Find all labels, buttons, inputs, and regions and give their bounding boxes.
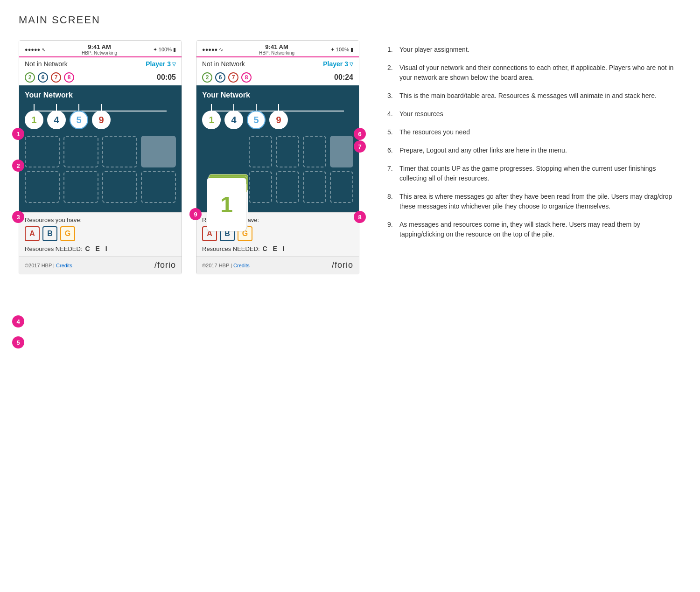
resource-tiles-left: A B G [25,226,176,241]
num-badge-7-right: 7 [228,72,238,83]
card-front[interactable]: 1 [207,178,246,231]
tile-A-left: A [25,226,40,241]
battery-icon: ▮ [173,47,176,53]
node-1-stem [34,104,35,111]
desc-item-5: 5. The resources you need [387,127,681,137]
phone-footer-left: Resources you have: A B G Resources NEED… [19,212,182,256]
num-badge-8-right: 8 [241,72,252,83]
card-grid-left [25,136,176,203]
desc-item-9: 9. As messages and resources come in, th… [387,220,681,239]
bluetooth-icon-right: ✦ [330,47,335,53]
copyright-bar-right: ©2017 HBP | Credits /forio [196,256,359,274]
card-slot-r4 [330,136,353,167]
tile-B-left: B [42,226,57,241]
network-nodes-container-left: 1 4 5 9 [25,104,176,129]
node-9r-wrapper: 9 [269,104,288,129]
credits-link-left[interactable]: Credits [56,263,72,268]
forio-brand-left: /forio [154,260,176,270]
your-network-label-right: Your Network [202,91,353,99]
num-badge-7: 7 [51,72,61,83]
card-slot-1 [25,136,60,167]
annotation-5: 5 [12,336,24,348]
network-numbers-left: 2 6 7 8 [25,72,74,83]
bluetooth-icon: ✦ [153,47,157,53]
subtitle-display-right: HBP: Networking [259,50,294,56]
needed-letters-left: C E I [85,245,109,252]
nodes-row-right: 1 4 5 9 [202,104,353,129]
signal-dots-icon-right: ●●●●● [202,47,217,52]
num-badge-8: 8 [64,72,74,83]
desc-num-3: 3. [387,91,397,101]
board-area-left: Your Network 1 4 [19,85,182,212]
card-slot-r6 [276,171,299,203]
card-slot-r8 [330,171,353,203]
node-5-stem [78,104,79,111]
desc-num-8: 8. [387,192,397,211]
card-slot-8 [141,171,176,203]
battery-text: 100% [159,47,172,52]
descriptions-panel: 1. Your player assignment. 2. Visual of … [378,40,681,248]
timer-left: 00:05 [157,73,176,82]
copyright-text-left: ©2017 HBP | Credits [25,263,72,268]
grid-pile-container: 1 [202,136,353,203]
network-row-left: 2 6 7 8 00:05 [19,70,182,85]
annotation-6: 6 [354,128,366,140]
num-badge-2-right: 2 [202,72,212,83]
phone-right: ●●●●● ∿ 9:41 AM HBP: Networking ✦ 100% ▮ [196,40,359,274]
subtitle-display: HBP: Networking [82,50,117,56]
player-badge-left[interactable]: Player 3 ▽ [146,60,176,68]
copyright-text-right: ©2017 HBP | Credits [202,263,250,268]
board-area-right: Your Network 1 4 [196,85,359,212]
credits-link-right[interactable]: Credits [233,263,250,268]
signal-left: ●●●●● ∿ [25,47,46,53]
signal-right: ●●●●● ∿ [202,47,223,53]
your-network-label-left: Your Network [25,91,176,99]
node-1r-stem [211,104,212,111]
node-ball-5: 5 [70,111,88,129]
annotation-9: 9 [189,208,202,220]
player-name: Player 3 [146,60,171,68]
card-pile[interactable]: 1 [207,178,249,231]
annotation-7: 7 [354,140,366,153]
phone-header-right: Not in Network Player 3 ▽ [196,57,359,70]
desc-text-7: Timer that counts UP as the game progres… [399,164,681,183]
copyright-label: ©2017 HBP | [25,263,55,268]
desc-item-1: 1. Your player assignment. [387,45,681,55]
wifi-icon-right: ∿ [219,47,223,53]
resources-have-label-left: Resources you have: [25,216,176,223]
node-9r-stem [278,104,279,111]
card-slot-4 [141,136,176,167]
phone-right-wrapper: 6 7 8 9 ●●●●● ∿ 9:41 AM HBP: Networking [196,40,359,274]
annotation-2: 2 [12,160,24,172]
player-badge-right[interactable]: Player 3 ▽ [323,60,353,68]
card-number: 1 [220,192,233,217]
status-center: 9:41 AM HBP: Networking [82,43,117,56]
dropdown-arrow-icon: ▽ [172,62,176,67]
card-slot-r1 [249,136,272,167]
phone-left: ●●●●● ∿ 9:41 AM HBP: Networking ✦ 100% ▮ [19,40,182,274]
desc-text-6: Prepare, Logout and any other links are … [399,146,681,155]
node-ball-4: 4 [47,111,66,129]
card-slot-6 [63,171,98,203]
node-1-wrapper: 1 [25,104,43,129]
card-slot-r7 [303,171,326,203]
node-1r-wrapper: 1 [202,104,221,129]
desc-text-5: The resources you need [399,127,681,137]
phones-area: 1 2 3 4 5 ●●●●● ∿ 9:41 AM HBP: Networkin… [19,40,359,274]
desc-num-7: 7. [387,164,397,183]
status-bar-left: ●●●●● ∿ 9:41 AM HBP: Networking ✦ 100% ▮ [19,41,182,56]
desc-num-9: 9. [387,220,397,239]
nodes-row-left: 1 4 5 9 [25,104,176,129]
desc-text-2: Visual of your network and their connect… [399,63,681,83]
network-nodes-container-right: 1 4 5 9 [202,104,353,129]
node-4-stem [56,104,57,111]
node-4r-wrapper: 4 [224,104,243,129]
node-ball-1: 1 [25,111,43,129]
status-bar-right: ●●●●● ∿ 9:41 AM HBP: Networking ✦ 100% ▮ [196,41,359,56]
annotation-8: 8 [354,211,366,223]
battery-text-right: 100% [336,47,349,52]
network-row-right: 2 6 7 8 00:24 [196,70,359,85]
node-9-wrapper: 9 [92,104,111,129]
desc-text-9: As messages and resources come in, they … [399,220,681,239]
timer-right: 00:24 [334,73,353,82]
